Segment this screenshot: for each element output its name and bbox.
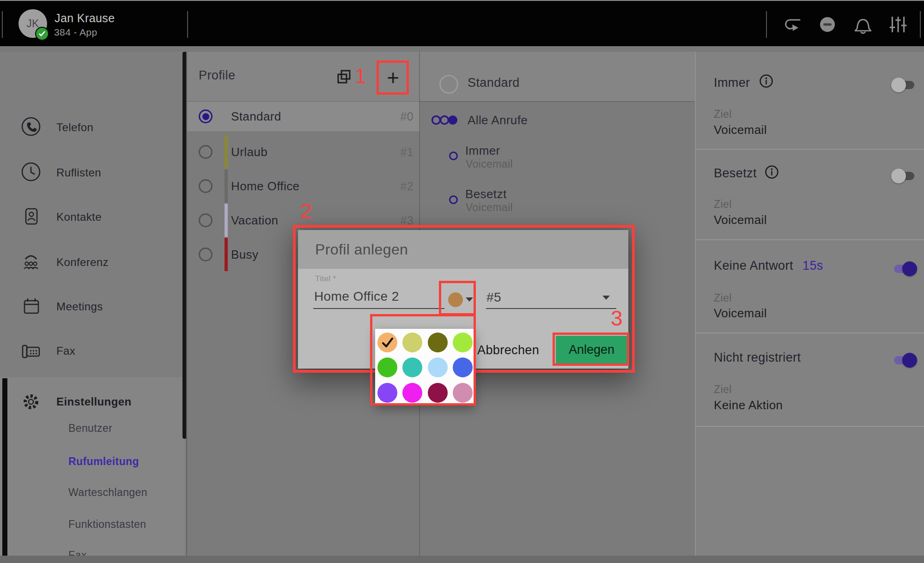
ziel-value: Voicemail — [714, 213, 767, 227]
rule-title: Immer — [714, 76, 750, 90]
sidebar-item-meetings[interactable]: Meetings — [0, 296, 185, 330]
rule-dot-icon — [449, 195, 458, 204]
annotation-step1: 1 — [355, 65, 366, 88]
divider — [696, 239, 924, 240]
rule-row-value: Voicemail — [466, 201, 513, 214]
list-header — [187, 52, 695, 102]
sidebar-item-fax[interactable]: Fax — [0, 340, 185, 374]
user-name: Jan Krause — [55, 12, 115, 25]
presence-badge — [35, 27, 49, 41]
sidebar-subitem-funktionstasten[interactable]: Funktionstasten — [68, 518, 184, 534]
rule-dot-icon — [449, 151, 458, 160]
sidebar-item-kontakte[interactable]: Kontakte — [0, 206, 185, 240]
phone-icon — [21, 116, 41, 137]
sidebar-item-konferenz[interactable]: Konferenz — [0, 251, 185, 285]
profile-name: Home Office — [231, 179, 299, 194]
bottom-strip — [0, 556, 924, 563]
sidebar-item-einstellungen[interactable]: Einstellungen — [0, 392, 185, 426]
annotation-box-swatch — [439, 281, 476, 315]
sidebar-item-label: Meetings — [56, 300, 103, 313]
do-not-disturb-icon[interactable] — [817, 15, 838, 34]
rule-title: Nicht registriert — [714, 351, 801, 365]
profile-radio[interactable] — [199, 213, 213, 227]
sidebar-item-ruflisten[interactable]: Ruflisten — [0, 162, 185, 196]
profile-row[interactable]: Home Office #2 — [187, 169, 419, 203]
rule-row-label[interactable]: Immer — [465, 144, 500, 158]
sidebar-item-label: Telefon — [56, 121, 93, 134]
rule-title: Besetzt — [714, 166, 757, 181]
conference-icon — [21, 251, 41, 272]
copy-profile-button[interactable] — [336, 69, 353, 86]
profile-name: Urlaub — [231, 145, 267, 159]
sidebar-item-label: Einstellungen — [56, 395, 132, 408]
divider — [696, 426, 924, 427]
ziel-value: Keine Aktion — [714, 398, 783, 412]
gear-icon — [21, 392, 41, 412]
profile-color-bar — [225, 135, 228, 169]
fax-icon — [21, 340, 41, 360]
profile-radio[interactable] — [199, 179, 213, 193]
profile-detail-title: Standard — [468, 76, 520, 90]
user-extension: 384 - App — [54, 27, 97, 38]
check-icon — [39, 31, 45, 36]
profile-name: Standard — [231, 109, 281, 124]
annotation-step3: 3 — [611, 306, 623, 331]
settings-sliders-icon[interactable] — [888, 15, 908, 34]
annotation-box-palette — [370, 314, 476, 406]
profile-row[interactable]: Standard #0 — [187, 102, 419, 131]
ziel-value: Voicemail — [714, 123, 767, 137]
rule-settings-panel: Immer Ziel Voicemail Besetzt Ziel Voicem… — [695, 52, 924, 556]
sidebar-subitem-rufumleitung[interactable]: Rufumleitung — [68, 455, 184, 471]
all-calls-icon — [431, 115, 459, 126]
divider — [187, 11, 188, 38]
sidebar-item-label: Fax — [56, 345, 75, 357]
rule-title: Keine Antwort — [714, 259, 793, 273]
profile-row[interactable]: Urlaub #1 — [187, 135, 419, 169]
divider — [696, 333, 924, 333]
sidebar-item-telefon[interactable]: Telefon — [0, 116, 185, 151]
call-forward-icon[interactable] — [782, 15, 802, 34]
rule-row-label[interactable]: Besetzt — [465, 187, 507, 201]
profile-color-bar — [225, 204, 228, 237]
divider — [920, 11, 921, 38]
contacts-icon — [21, 206, 41, 226]
copy-icon — [336, 69, 353, 85]
profile-radio[interactable] — [199, 109, 213, 123]
ziel-label: Ziel — [714, 292, 732, 304]
ziel-label: Ziel — [714, 198, 732, 211]
ziel-label: Ziel — [714, 108, 732, 121]
profile-name: Busy — [231, 248, 258, 262]
profile-color-bar — [225, 238, 228, 271]
annotation-step2: 2 — [300, 199, 312, 224]
sidebar-item-label: Ruflisten — [56, 166, 101, 179]
rule-group-label[interactable]: Alle Anrufe — [468, 113, 528, 127]
sidebar-item-label: Konferenz — [56, 256, 109, 269]
info-icon[interactable] — [759, 74, 773, 88]
rule-toggle[interactable] — [891, 261, 917, 277]
profiles-title: Profile — [199, 68, 235, 83]
ziel-label: Ziel — [714, 383, 732, 396]
calendar-icon — [21, 296, 41, 316]
rule-toggle[interactable] — [891, 352, 917, 368]
rule-timeout-value[interactable]: 15s — [802, 259, 823, 273]
profile-number: #0 — [400, 110, 413, 123]
divider — [2, 11, 3, 38]
annotation-box-step3 — [553, 333, 629, 366]
divider — [766, 11, 767, 38]
profile-color-bar — [225, 170, 228, 203]
clock-icon — [21, 162, 41, 182]
notifications-bell-icon[interactable] — [853, 15, 873, 34]
sidebar: Telefon Ruflisten Kontakte Konferenz Mee… — [0, 52, 187, 556]
ziel-value: Voicemail — [714, 306, 767, 321]
divider — [696, 149, 924, 150]
rule-toggle[interactable] — [891, 77, 917, 93]
sidebar-subitem-warteschlangen[interactable]: Warteschlangen — [68, 486, 184, 502]
rule-toggle[interactable] — [891, 168, 917, 184]
profile-radio[interactable] — [199, 248, 213, 261]
rule-row-value: Voicemail — [466, 158, 513, 170]
profile-detail-radio[interactable] — [439, 75, 458, 94]
profile-number: #1 — [400, 145, 413, 159]
info-icon[interactable] — [765, 165, 779, 179]
profile-radio[interactable] — [199, 145, 213, 159]
sidebar-item-label: Kontakte — [56, 211, 102, 224]
